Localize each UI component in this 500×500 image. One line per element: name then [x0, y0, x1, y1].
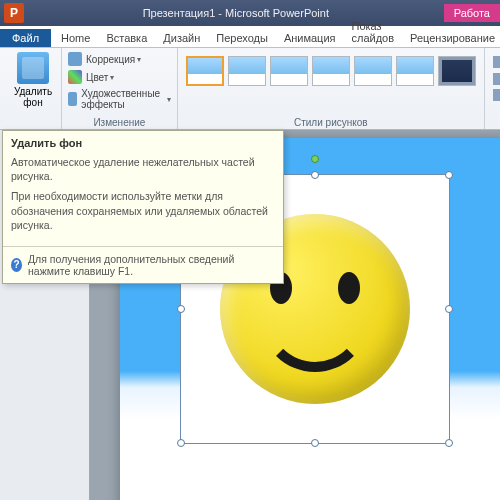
- tab-design[interactable]: Дизайн: [155, 29, 208, 47]
- remove-background-button[interactable]: Удалить фон: [6, 50, 60, 110]
- resize-handle[interactable]: [177, 439, 185, 447]
- picture-effects-button[interactable]: Эфф: [493, 70, 500, 86]
- chevron-down-icon: ▾: [167, 95, 171, 104]
- tooltip-body: Автоматическое удаление нежелательных ча…: [3, 153, 283, 246]
- resize-handle[interactable]: [311, 171, 319, 179]
- app-icon: P: [4, 3, 24, 23]
- context-tab-badge[interactable]: Работа: [444, 4, 500, 22]
- ribbon: Удалить фон Коррекция▾ Цвет▾ Художествен…: [0, 48, 500, 130]
- picture-border-button[interactable]: Гран: [493, 54, 500, 70]
- group-label-change: Изменение: [62, 117, 177, 128]
- picture-layout-button[interactable]: Мак: [493, 87, 500, 103]
- style-thumb[interactable]: [438, 56, 476, 86]
- rotate-handle[interactable]: [311, 155, 319, 163]
- tooltip-title: Удалить фон: [3, 131, 283, 153]
- artistic-effects-button[interactable]: Художественные эффекты▾: [68, 86, 171, 112]
- title-bar: P Презентация1 - Microsoft PowerPoint Ра…: [0, 0, 500, 26]
- style-thumb[interactable]: [186, 56, 224, 86]
- effects-icon: [493, 73, 500, 85]
- style-thumb[interactable]: [270, 56, 308, 86]
- artistic-icon: [68, 92, 77, 106]
- chevron-down-icon: ▾: [110, 73, 114, 82]
- corrections-button[interactable]: Коррекция▾: [68, 50, 171, 68]
- resize-handle[interactable]: [445, 171, 453, 179]
- chevron-down-icon: ▾: [137, 55, 141, 64]
- layout-icon: [493, 89, 500, 101]
- tab-review[interactable]: Рецензирование: [402, 29, 500, 47]
- style-thumb[interactable]: [228, 56, 266, 86]
- picture-styles-gallery[interactable]: [184, 50, 478, 92]
- style-thumb[interactable]: [354, 56, 392, 86]
- group-label-styles: Стили рисунков: [178, 117, 484, 128]
- style-thumb[interactable]: [396, 56, 434, 86]
- tab-insert[interactable]: Вставка: [98, 29, 155, 47]
- window-title: Презентация1 - Microsoft PowerPoint: [28, 7, 444, 19]
- tab-home[interactable]: Home: [53, 29, 98, 47]
- color-icon: [68, 70, 82, 84]
- style-thumb[interactable]: [312, 56, 350, 86]
- tooltip-footer: ? Для получения дополнительных сведений …: [3, 246, 283, 283]
- resize-handle[interactable]: [445, 305, 453, 313]
- tab-animation[interactable]: Анимация: [276, 29, 344, 47]
- smiley-mouth: [260, 317, 370, 372]
- color-button[interactable]: Цвет▾: [68, 68, 171, 86]
- file-tab[interactable]: Файл: [0, 29, 51, 47]
- tooltip: Удалить фон Автоматическое удаление неже…: [2, 130, 284, 284]
- remove-bg-icon: [17, 52, 49, 84]
- tab-slideshow[interactable]: Показ слайдов: [344, 17, 403, 47]
- help-icon: ?: [11, 258, 22, 272]
- resize-handle[interactable]: [445, 439, 453, 447]
- border-icon: [493, 56, 500, 68]
- remove-bg-label: Удалить фон: [14, 86, 52, 108]
- smiley-eye: [338, 272, 360, 304]
- tab-transitions[interactable]: Переходы: [208, 29, 276, 47]
- resize-handle[interactable]: [311, 439, 319, 447]
- corrections-icon: [68, 52, 82, 66]
- resize-handle[interactable]: [177, 305, 185, 313]
- ribbon-tabs: Файл Home Вставка Дизайн Переходы Анимац…: [0, 26, 500, 48]
